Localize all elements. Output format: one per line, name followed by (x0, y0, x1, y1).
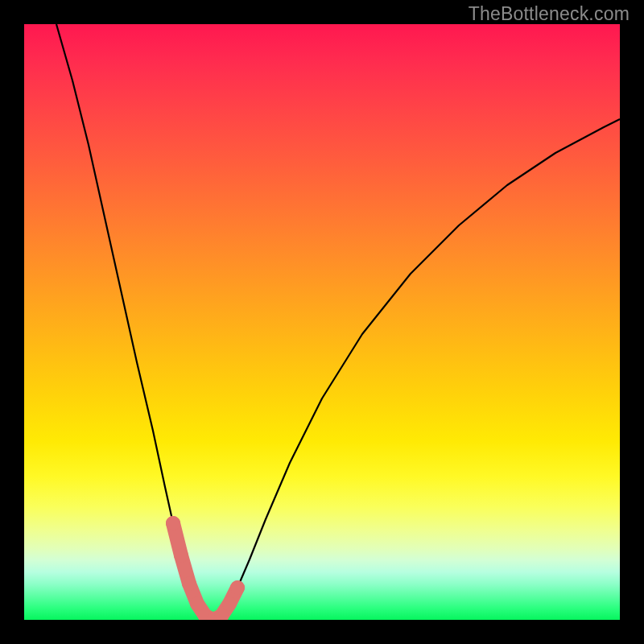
svg-point-7 (222, 597, 237, 611)
svg-point-0 (166, 516, 180, 530)
svg-point-2 (182, 576, 196, 591)
chart-frame: TheBottleneck.com (0, 0, 644, 644)
svg-point-8 (230, 580, 245, 595)
plot-area (24, 24, 620, 620)
watermark-text: TheBottleneck.com (469, 3, 630, 25)
curve-layer (24, 24, 620, 620)
bottleneck-curve (56, 24, 620, 620)
svg-point-1 (174, 548, 188, 563)
svg-point-3 (190, 597, 204, 611)
